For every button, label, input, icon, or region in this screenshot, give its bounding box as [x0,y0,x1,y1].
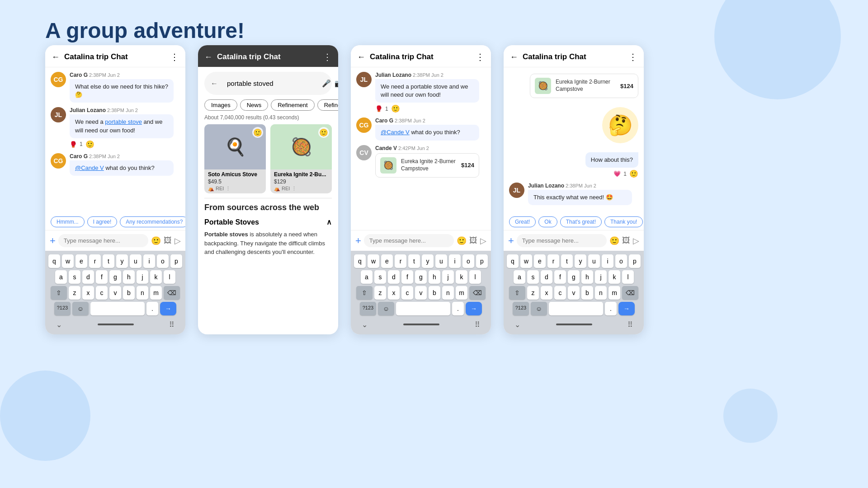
key-g[interactable]: g [415,270,427,284]
key-s[interactable]: s [527,270,539,284]
key-k[interactable]: k [456,270,467,284]
key-y[interactable]: y [422,254,434,268]
more-button[interactable]: ⋮ [170,52,179,62]
quick-reply[interactable]: Ok [538,216,557,227]
product-card-1[interactable]: 🍳 🙂 Soto Amicus Stove $49.5 ⛺ REI ⋮ [204,124,266,193]
key-j[interactable]: j [442,270,454,284]
key-n[interactable]: n [137,286,148,300]
add-reaction[interactable]: 🙂 [629,169,638,178]
emoji-button[interactable]: 🙂 [457,236,467,246]
key-e[interactable]: e [381,254,393,268]
key-v[interactable]: v [415,286,427,300]
more-button[interactable]: ⋮ [628,52,637,62]
key-t[interactable]: t [408,254,420,268]
back-search-icon[interactable]: ← [211,80,218,88]
key-backspace[interactable]: ⌫ [469,286,486,300]
quick-reply[interactable]: Hmmm... [51,216,85,227]
key-i[interactable]: i [143,254,155,268]
message-input[interactable] [58,234,148,247]
message-input[interactable] [517,234,607,247]
mention-link[interactable]: @Cande V [381,129,410,136]
chevron-down-icon[interactable]: ⌄ [56,320,62,329]
key-u[interactable]: u [435,254,447,268]
key-w[interactable]: w [520,254,532,268]
camera-icon[interactable]: 📷 [335,79,338,88]
key-l[interactable]: l [469,270,481,284]
key-q[interactable]: q [354,254,366,268]
key-o[interactable]: o [462,254,474,268]
quick-reply[interactable]: That's great! [560,216,602,227]
key-u[interactable]: u [588,254,600,268]
key-x[interactable]: x [541,286,552,300]
key-b[interactable]: b [581,286,593,300]
send-button[interactable]: ▷ [175,236,181,246]
key-l[interactable]: l [164,270,175,284]
key-y[interactable]: y [116,254,128,268]
key-o[interactable]: o [157,254,169,268]
emoji-button[interactable]: 🙂 [151,236,161,246]
quick-reply[interactable]: I agree! [87,216,118,227]
key-f[interactable]: f [96,270,108,284]
key-w[interactable]: w [368,254,379,268]
add-button[interactable]: + [50,235,56,247]
key-emoji[interactable]: ☺ [72,302,89,315]
key-y[interactable]: y [575,254,586,268]
tab-images[interactable]: Images [204,99,237,111]
key-d[interactable]: d [541,270,552,284]
key-emoji[interactable]: ☺ [378,302,394,315]
save-icon-2[interactable]: 🙂 [318,127,329,138]
key-z[interactable]: z [69,286,80,300]
tab-refinement1[interactable]: Refinement [271,99,314,111]
key-d[interactable]: d [388,270,400,284]
key-i[interactable]: i [602,254,613,268]
key-b[interactable]: b [123,286,135,300]
key-n[interactable]: n [595,286,607,300]
key-shift[interactable]: ⇧ [356,286,373,300]
key-z[interactable]: z [374,286,386,300]
key-d[interactable]: d [82,270,94,284]
mention-link[interactable]: @Cande V [75,164,104,171]
key-r[interactable]: r [547,254,559,268]
key-space[interactable] [549,302,603,315]
key-x[interactable]: x [388,286,400,300]
key-num[interactable]: ?123 [360,302,376,315]
key-f[interactable]: f [554,270,566,284]
key-period[interactable]: . [605,302,617,315]
key-n[interactable]: n [442,286,454,300]
key-space[interactable] [90,302,145,315]
key-g[interactable]: g [109,270,121,284]
save-icon-1[interactable]: 🙂 [252,127,263,138]
key-space[interactable] [396,302,450,315]
key-j[interactable]: j [595,270,607,284]
key-v[interactable]: v [109,286,121,300]
quick-reply[interactable]: Great! [509,216,536,227]
key-q[interactable]: q [48,254,60,268]
key-send[interactable]: → [466,302,482,315]
key-k[interactable]: k [609,270,620,284]
key-a[interactable]: a [361,270,373,284]
add-button[interactable]: + [508,235,514,247]
image-button[interactable]: 🖼 [469,236,477,245]
key-p[interactable]: p [629,254,641,268]
key-c[interactable]: c [96,286,108,300]
key-shift[interactable]: ⇧ [51,286,67,300]
key-t[interactable]: t [561,254,573,268]
quick-reply[interactable]: Any recommendations? [120,216,185,227]
search-input[interactable] [222,76,318,90]
key-period[interactable]: . [452,302,464,315]
emoji-button[interactable]: 🙂 [609,236,619,246]
add-reaction[interactable]: 🙂 [85,140,94,149]
product-card[interactable]: 🥘 Eureka Ignite 2-Burner Campstove $124 [530,74,638,98]
key-r[interactable]: r [89,254,101,268]
message-input[interactable] [364,234,454,247]
product-card-2[interactable]: 🥘 🙂 Eureka Ignite 2-Bu... $129 ⛺ REI ⋮ [270,124,332,193]
product-card[interactable]: 🥘 Eureka Ignite 2-Burner Campstove $124 [375,153,479,178]
tab-refinement2[interactable]: Refinement [317,99,338,111]
add-reaction[interactable]: 🙂 [391,104,400,113]
key-g[interactable]: g [568,270,580,284]
key-b[interactable]: b [429,286,440,300]
key-e[interactable]: e [534,254,546,268]
key-l[interactable]: l [622,270,634,284]
key-m[interactable]: m [150,286,162,300]
key-m[interactable]: m [609,286,620,300]
